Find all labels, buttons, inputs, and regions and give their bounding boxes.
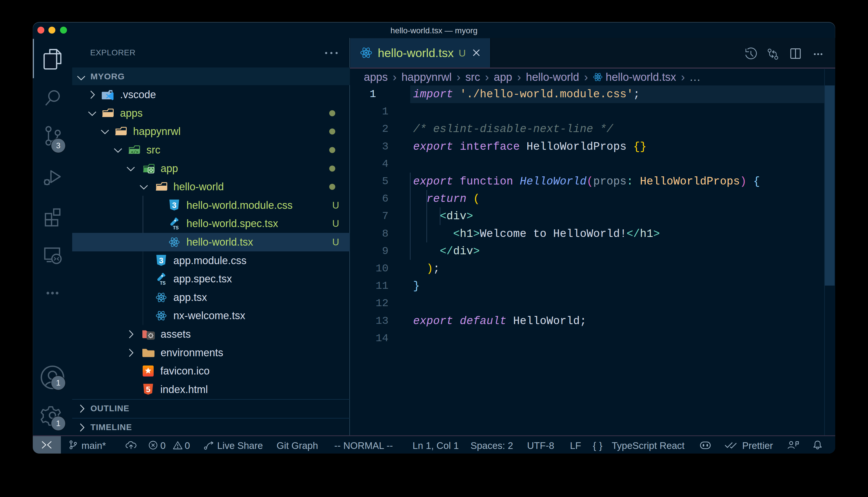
svg-text:TS: TS: [160, 281, 166, 285]
svg-text:3: 3: [159, 256, 163, 265]
svg-text:</>: </>: [131, 150, 138, 155]
svg-text:TS: TS: [173, 225, 179, 230]
svg-text:5: 5: [146, 385, 150, 394]
svg-text:3: 3: [172, 201, 176, 210]
